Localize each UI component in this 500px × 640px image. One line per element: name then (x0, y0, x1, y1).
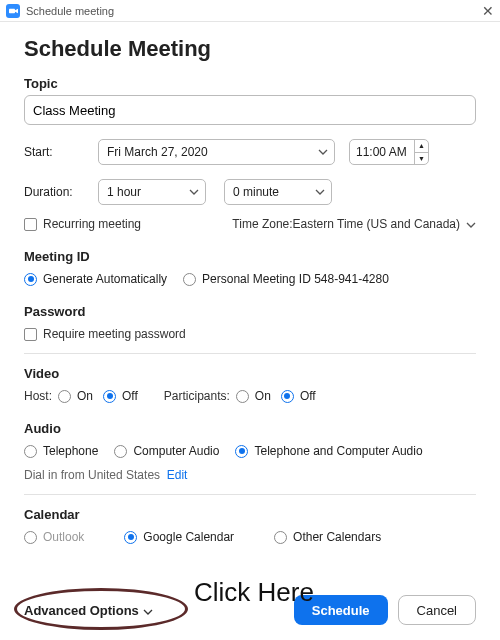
start-date-value: Fri March 27, 2020 (107, 145, 208, 159)
audio-computer-radio[interactable]: Computer Audio (114, 444, 219, 458)
radio-icon (124, 531, 137, 544)
radio-icon (58, 390, 71, 403)
timezone-value: Eastern Time (US and Canada) (293, 217, 460, 231)
start-label: Start: (24, 145, 98, 159)
radio-icon (236, 390, 249, 403)
topic-input[interactable] (24, 95, 476, 125)
password-label: Password (24, 304, 476, 319)
audio-computer-label: Computer Audio (133, 444, 219, 458)
calendar-other-radio[interactable]: Other Calendars (274, 530, 381, 544)
radio-icon (183, 273, 196, 286)
time-stepper[interactable]: ▲ ▼ (414, 140, 428, 164)
dial-in-row: Dial in from United States Edit (24, 468, 476, 482)
recurring-label: Recurring meeting (43, 217, 141, 231)
svg-rect-0 (9, 8, 15, 13)
checkbox-icon (24, 218, 37, 231)
radio-icon (274, 531, 287, 544)
stepper-down-icon[interactable]: ▼ (415, 153, 428, 165)
calendar-outlook-label: Outlook (43, 530, 84, 544)
chevron-down-icon (143, 603, 153, 618)
video-host-off-radio[interactable]: Off (103, 389, 138, 403)
advanced-options-label: Advanced Options (24, 603, 139, 618)
close-icon[interactable]: ✕ (482, 3, 494, 19)
video-on: On (255, 389, 271, 403)
video-participants-on-radio[interactable]: On (236, 389, 271, 403)
dial-in-text: Dial in from United States (24, 468, 160, 482)
advanced-options-toggle[interactable]: Advanced Options (24, 603, 153, 618)
chevron-down-icon (189, 189, 199, 195)
audio-label: Audio (24, 421, 476, 436)
video-on: On (77, 389, 93, 403)
titlebar: Schedule meeting ✕ (0, 0, 500, 22)
calendar-google-radio[interactable]: Google Calendar (124, 530, 234, 544)
chevron-down-icon (466, 217, 476, 231)
require-password-label: Require meeting password (43, 327, 186, 341)
duration-hours-select[interactable]: 1 hour (98, 179, 206, 205)
timezone-prefix: Time Zone: (232, 217, 292, 231)
video-label: Video (24, 366, 476, 381)
radio-icon (103, 390, 116, 403)
start-time-input[interactable]: 11:00 AM ▲ ▼ (349, 139, 429, 165)
duration-minutes-select[interactable]: 0 minute (224, 179, 332, 205)
duration-hours-value: 1 hour (107, 185, 141, 199)
radio-icon (24, 531, 37, 544)
audio-telephone-label: Telephone (43, 444, 98, 458)
radio-icon (114, 445, 127, 458)
calendar-outlook-radio[interactable]: Outlook (24, 530, 84, 544)
video-participants-label: Participants: (164, 389, 230, 403)
audio-both-label: Telephone and Computer Audio (254, 444, 422, 458)
recurring-checkbox[interactable]: Recurring meeting (24, 217, 141, 231)
meeting-id-generate-label: Generate Automatically (43, 272, 167, 286)
meeting-id-personal-radio[interactable]: Personal Meeting ID 548-941-4280 (183, 272, 389, 286)
calendar-other-label: Other Calendars (293, 530, 381, 544)
page-title: Schedule Meeting (24, 36, 476, 62)
window-title: Schedule meeting (26, 5, 114, 17)
video-host-on-radio[interactable]: On (58, 389, 93, 403)
app-icon (6, 4, 20, 18)
require-password-checkbox[interactable]: Require meeting password (24, 327, 476, 341)
footer-row: Advanced Options Schedule Cancel (0, 580, 500, 640)
duration-minutes-value: 0 minute (233, 185, 279, 199)
radio-icon (24, 445, 37, 458)
meeting-id-personal-label: Personal Meeting ID 548-941-4280 (202, 272, 389, 286)
cancel-button[interactable]: Cancel (398, 595, 476, 625)
checkbox-icon (24, 328, 37, 341)
audio-telephone-radio[interactable]: Telephone (24, 444, 98, 458)
start-time-value: 11:00 AM (356, 145, 407, 159)
video-off: Off (122, 389, 138, 403)
duration-label: Duration: (24, 185, 98, 199)
calendar-google-label: Google Calendar (143, 530, 234, 544)
calendar-label: Calendar (24, 507, 476, 522)
radio-icon (24, 273, 37, 286)
timezone-select[interactable]: Time Zone: Eastern Time (US and Canada) (232, 217, 476, 231)
schedule-button[interactable]: Schedule (294, 595, 388, 625)
video-participants-off-radio[interactable]: Off (281, 389, 316, 403)
video-off: Off (300, 389, 316, 403)
meeting-id-generate-radio[interactable]: Generate Automatically (24, 272, 167, 286)
content: Schedule Meeting Topic Start: Fri March … (0, 22, 500, 544)
radio-icon (235, 445, 248, 458)
dial-in-edit-link[interactable]: Edit (167, 468, 188, 482)
start-date-select[interactable]: Fri March 27, 2020 (98, 139, 335, 165)
chevron-down-icon (315, 189, 325, 195)
topic-label: Topic (24, 76, 476, 91)
audio-both-radio[interactable]: Telephone and Computer Audio (235, 444, 422, 458)
chevron-down-icon (318, 149, 328, 155)
video-host-label: Host: (24, 389, 52, 403)
stepper-up-icon[interactable]: ▲ (415, 140, 428, 153)
meeting-id-label: Meeting ID (24, 249, 476, 264)
radio-icon (281, 390, 294, 403)
